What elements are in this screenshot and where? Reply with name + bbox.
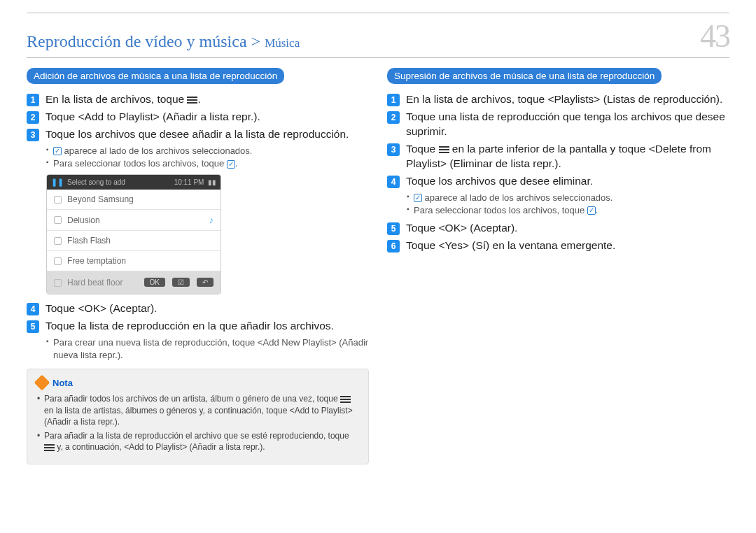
step-text: En la lista de archivos, toque . xyxy=(46,92,369,107)
remove-steps: 1 En la lista de archivos, toque <Playli… xyxy=(387,92,729,189)
device-screenshot: ❚❚Select song to add 10:11 PM ▮▮ Beyond … xyxy=(46,174,221,294)
checkbox-icon xyxy=(54,216,62,224)
breadcrumb: Reproducción de vídeo y música > Música xyxy=(27,32,300,51)
step-6: 6 Toque <Yes> (Sí) en la ventana emergen… xyxy=(387,239,729,253)
note-item: Para añadir a la lista de reproducción e… xyxy=(36,430,360,453)
step-number-icon: 2 xyxy=(27,111,39,124)
step-2: 2 Toque <Add to Playlist> (Añadir a list… xyxy=(27,110,369,125)
add-steps: 1 En la lista de archivos, toque . 2 Toq… xyxy=(27,92,369,142)
sub-bullet: Para seleccionar todos los archivos, toq… xyxy=(46,157,369,170)
device-ok-button: OK xyxy=(144,278,165,287)
step-number-icon: 5 xyxy=(27,320,39,333)
breadcrumb-sub: Música xyxy=(265,36,300,50)
note-list: Para añadir todos los archivos de un art… xyxy=(36,393,360,453)
step-number-icon: 3 xyxy=(27,129,39,141)
device-time: 10:11 PM xyxy=(174,178,204,186)
song-row: Beyond Samsung xyxy=(47,190,220,209)
note-cube-icon xyxy=(34,375,50,391)
device-back-button: ↶ xyxy=(197,278,214,287)
step-5: 5 Toque la lista de reproducción en la q… xyxy=(27,319,369,334)
step-number-icon: 2 xyxy=(387,111,400,124)
checkbox-icon: ✓ xyxy=(53,147,62,155)
step-4: 4 Toque <OK> (Aceptar). xyxy=(27,301,369,316)
step-1: 1 En la lista de archivos, toque . xyxy=(27,92,369,107)
step-number-icon: 3 xyxy=(387,143,400,156)
note-label: Nota xyxy=(52,378,73,388)
song-row: Flash Flash xyxy=(47,230,220,250)
section-pill-remove: Supresión de archivos de música de una l… xyxy=(387,68,662,84)
device-check-button: ☑ xyxy=(172,278,190,287)
content-columns: Adición de archivos de música a una list… xyxy=(27,68,729,464)
step-number-icon: 5 xyxy=(387,222,400,235)
menu-icon xyxy=(340,395,351,404)
page-number: 43 xyxy=(700,17,729,55)
step-number-icon: 4 xyxy=(387,176,400,188)
step5-subbullets: Para crear una nueva lista de reproducci… xyxy=(46,336,369,362)
rule-top xyxy=(27,13,729,13)
step-2: 2 Toque una lista de reproducción que te… xyxy=(387,110,729,139)
step-text: En la lista de archivos, toque <Playlist… xyxy=(406,92,729,107)
note-box: Nota Para añadir todos los archivos de u… xyxy=(27,369,369,464)
note-head: Nota xyxy=(36,376,360,389)
song-list: Beyond Samsung Delusion♪ Flash Flash Fre… xyxy=(47,190,220,294)
left-column: Adición de archivos de música a una list… xyxy=(27,68,369,464)
manual-page: Reproducción de vídeo y música > Música … xyxy=(0,0,756,464)
checkbox-icon: ✓ xyxy=(414,194,422,202)
checkbox-icon xyxy=(54,257,62,265)
step-number-icon: 1 xyxy=(27,94,39,106)
step-number-icon: 1 xyxy=(387,94,400,106)
add-steps-cont: 4 Toque <OK> (Aceptar). 5 Toque la lista… xyxy=(27,301,369,334)
page-header: Reproducción de vídeo y música > Música … xyxy=(27,17,729,55)
step4-subbullets: ✓ aparece al lado de los archivos selecc… xyxy=(407,192,729,217)
step-text: Toque <Yes> (Sí) en la ventana emergente… xyxy=(406,239,729,253)
checkbox-icon xyxy=(54,196,62,204)
breadcrumb-main: Reproducción de vídeo y música > xyxy=(27,32,265,50)
step-number-icon: 4 xyxy=(27,303,39,315)
right-column: Supresión de archivos de música de una l… xyxy=(387,68,729,464)
menu-icon xyxy=(439,145,449,155)
step-text: Toque los archivos que desee añadir a la… xyxy=(46,127,369,142)
sub-bullet: ✓ aparece al lado de los archivos selecc… xyxy=(407,192,729,204)
device-statusbar: ❚❚Select song to add 10:11 PM ▮▮ xyxy=(47,175,220,190)
step-4: 4 Toque los archivos que desee eliminar. xyxy=(387,174,729,189)
checkbox-icon: ✓ xyxy=(227,160,235,169)
rule-mid xyxy=(27,57,729,58)
step-text: Toque <OK> (Aceptar). xyxy=(46,301,369,316)
step-text: Toque <OK> (Aceptar). xyxy=(406,221,729,236)
song-row: Delusion♪ xyxy=(47,209,220,230)
step-5: 5 Toque <OK> (Aceptar). xyxy=(387,221,729,236)
step-text: Toque <Add to Playlist> (Añadir a lista … xyxy=(46,110,369,125)
step-number-icon: 6 xyxy=(387,240,400,253)
checkbox-icon: ✓ xyxy=(587,206,596,215)
sub-bullet: ✓ aparece al lado de los archivos selecc… xyxy=(46,145,369,157)
step-text: Toque los archivos que desee eliminar. xyxy=(406,174,729,189)
pause-icon: ❚❚ xyxy=(51,178,64,187)
device-title: Select song to add xyxy=(67,178,125,186)
step-3: 3 Toque en la parte inferior de la panta… xyxy=(387,142,729,171)
step3-subbullets: ✓ aparece al lado de los archivos selecc… xyxy=(46,145,369,170)
step-text: Toque la lista de reproducción en la que… xyxy=(46,319,369,334)
music-note-icon: ♪ xyxy=(209,215,214,225)
song-row: Hard beat floor OK ☑ ↶ xyxy=(47,271,220,294)
note-item: Para añadir todos los archivos de un art… xyxy=(36,393,360,427)
song-row: Free temptation xyxy=(47,250,220,271)
step-3: 3 Toque los archivos que desee añadir a … xyxy=(27,127,369,142)
step-text: Toque una lista de reproducción que teng… xyxy=(406,110,729,139)
checkbox-icon xyxy=(54,237,62,245)
step-1: 1 En la lista de archivos, toque <Playli… xyxy=(387,92,729,107)
section-pill-add: Adición de archivos de música a una list… xyxy=(27,68,284,84)
remove-steps-cont: 5 Toque <OK> (Aceptar). 6 Toque <Yes> (S… xyxy=(387,221,729,253)
sub-bullet: Para crear una nueva lista de reproducci… xyxy=(46,336,369,362)
menu-icon xyxy=(44,443,55,453)
sub-bullet: Para seleccionar todos los archivos, toq… xyxy=(407,204,729,217)
menu-icon xyxy=(187,95,197,105)
checkbox-icon xyxy=(54,279,62,287)
step-text: Toque en la parte inferior de la pantall… xyxy=(406,142,729,171)
